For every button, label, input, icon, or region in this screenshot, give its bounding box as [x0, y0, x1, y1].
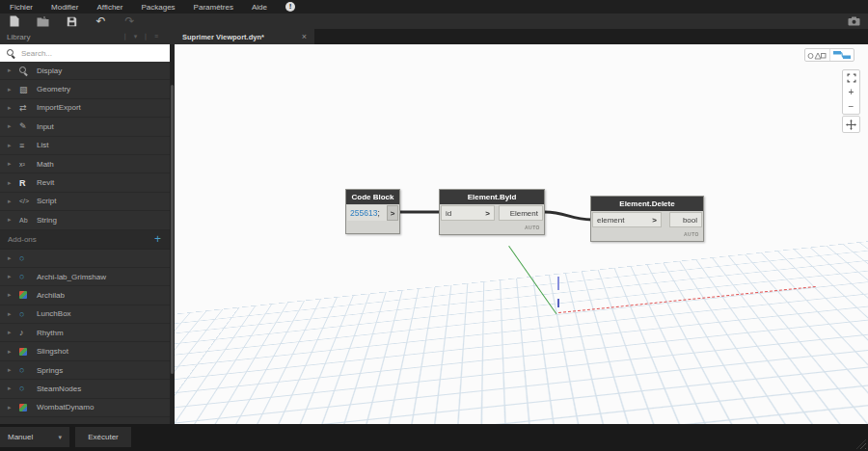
library-category-label: Math: [37, 160, 54, 169]
notifications-alert-icon[interactable]: !: [285, 2, 295, 12]
library-category-label: Script: [37, 197, 56, 205]
addon-slingshot[interactable]: ▸Slingshot: [0, 342, 175, 360]
menu-fichier[interactable]: Fichier: [10, 3, 33, 12]
addon-steamnodes[interactable]: ▸○SteamNodes: [0, 380, 175, 398]
save-icon: [67, 16, 77, 27]
node-code-block[interactable]: Code Block 255613; >: [345, 189, 400, 234]
expand-arrow-icon[interactable]: ▸: [8, 310, 19, 318]
expand-arrow-icon[interactable]: ▸: [8, 291, 19, 299]
expand-arrow-icon[interactable]: ▸: [8, 329, 19, 336]
menu-bar: FichierModifierAfficherPackagesParamètre…: [0, 0, 868, 13]
addon-archilab[interactable]: ▸Archilab: [0, 286, 175, 305]
addon-wombatdynamo[interactable]: ▸WombatDynamo: [0, 399, 175, 417]
addon-label: Archilab: [37, 291, 65, 300]
output-port-element[interactable]: Element: [499, 205, 543, 221]
library-category-list[interactable]: ▸≡List: [0, 137, 175, 155]
pan-button[interactable]: [842, 116, 860, 133]
run-mode-dropdown[interactable]: Manuel ▾: [0, 427, 69, 447]
addon-archi-lab-grimshaw[interactable]: ▸○Archi-lab_Grimshaw: [0, 268, 175, 286]
menu-paramètres[interactable]: Paramètres: [194, 3, 233, 12]
search-input[interactable]: [21, 49, 137, 58]
menu-modifier[interactable]: Modifier: [51, 3, 78, 12]
run-button[interactable]: Exécuter: [75, 427, 131, 447]
menu-aide[interactable]: Aide: [252, 3, 267, 12]
expand-arrow-icon[interactable]: ▸: [8, 122, 19, 130]
add-package-button[interactable]: +: [154, 233, 161, 245]
workspace-tab[interactable]: Suprimer Viewport.dyn* ×: [175, 29, 314, 44]
addon-rhythm[interactable]: ▸♪Rhythm: [0, 324, 175, 342]
library-category-geometry[interactable]: ▸▧Geometry: [0, 80, 175, 98]
node-element-delete[interactable]: Element.Delete element > bool AUTO: [590, 196, 704, 242]
node-element-byid[interactable]: Element.ById id > Element AUTO: [439, 189, 545, 235]
expand-arrow-icon[interactable]: ▸: [8, 179, 19, 187]
library-category-display[interactable]: ▸Display: [0, 62, 175, 80]
menu-afficher[interactable]: Afficher: [96, 3, 122, 12]
zoom-in-button[interactable]: +: [843, 85, 859, 99]
code-block-expression[interactable]: 255613;: [347, 205, 387, 221]
output-port[interactable]: >: [387, 205, 398, 221]
library-category-math[interactable]: ▸x²Math: [0, 155, 175, 173]
node-title[interactable]: Element.Delete: [591, 197, 703, 211]
graph-view-button[interactable]: [829, 49, 854, 61]
expand-arrow-icon[interactable]: ▸: [8, 104, 19, 112]
open-file-button[interactable]: [37, 15, 49, 28]
expand-arrow-icon[interactable]: ▸: [8, 385, 19, 392]
resize-grip[interactable]: [856, 439, 866, 449]
tab-close-icon[interactable]: ×: [302, 33, 307, 41]
geometry-icon: ▧: [19, 85, 28, 94]
expand-arrow-icon[interactable]: ▸: [8, 348, 19, 356]
lacing-mode[interactable]: AUTO: [525, 225, 540, 230]
node-title[interactable]: Element.ById: [440, 190, 544, 204]
dynamo-package-icon: ○: [19, 384, 24, 393]
node-title[interactable]: Code Block: [346, 190, 399, 204]
expand-arrow-icon[interactable]: ▸: [8, 254, 19, 262]
main-toolbar: ↶↷: [0, 13, 868, 29]
undo-button[interactable]: ↶: [95, 15, 107, 28]
library-category-list: ▸Display▸▧Geometry▸⇄ImportExport▸✎Input▸…: [0, 62, 175, 230]
output-port-bool[interactable]: bool: [669, 212, 702, 227]
new-file-button[interactable]: [8, 15, 20, 28]
library-category-input[interactable]: ▸✎Input: [0, 118, 175, 136]
addons-header: Add-ons +: [0, 230, 175, 250]
redo-button[interactable]: ↷: [123, 15, 136, 28]
expand-arrow-icon[interactable]: ▸: [8, 198, 19, 205]
expand-arrow-icon[interactable]: ▸: [8, 216, 19, 224]
input-port-id[interactable]: id >: [441, 205, 495, 221]
geometry-view-button[interactable]: [805, 49, 829, 61]
dynamo-window: FichierModifierAfficherPackagesParamètre…: [0, 0, 868, 451]
package-box-icon: [19, 348, 27, 356]
library-panel: Library ❘ ▾ ❘ ≡ ▸Display▸▧Geometry▸⇄Impo…: [0, 29, 175, 424]
tab-title: Suprimer Viewport.dyn*: [182, 33, 264, 41]
run-bar: Manuel ▾ Exécuter: [0, 424, 868, 451]
wire-byid-to-delete[interactable]: [545, 212, 592, 220]
expand-arrow-icon[interactable]: ▸: [8, 404, 19, 411]
expand-arrow-icon[interactable]: ▸: [8, 66, 19, 74]
library-filter-icon[interactable]: ❘ ▾ ❘ ≡: [122, 33, 160, 40]
scrollbar-thumb[interactable]: [171, 85, 174, 374]
zoom-out-button[interactable]: −: [843, 99, 859, 114]
workspace-canvas[interactable]: Code Block 255613; > Element.ById id >: [175, 44, 868, 424]
pan-icon: [846, 119, 856, 130]
save-button[interactable]: [66, 15, 78, 28]
input-port-element[interactable]: element >: [592, 212, 662, 227]
addon-lunchbox[interactable]: ▸○LunchBox: [0, 305, 175, 324]
library-category-string[interactable]: ▸AbString: [0, 211, 175, 229]
undo-icon: ↶: [95, 15, 105, 27]
addon-springs[interactable]: ▸○Springs: [0, 361, 175, 380]
expand-arrow-icon[interactable]: ▸: [8, 366, 19, 374]
menu-packages[interactable]: Packages: [141, 3, 175, 12]
fit-view-icon: [847, 73, 856, 83]
library-category-importexport[interactable]: ▸⇄ImportExport: [0, 99, 175, 118]
expand-arrow-icon[interactable]: ▸: [8, 86, 19, 93]
fit-view-button[interactable]: [843, 70, 859, 85]
chevron-down-icon: ▾: [58, 434, 62, 441]
library-category-script[interactable]: ▸</>Script: [0, 193, 175, 211]
expand-arrow-icon[interactable]: ▸: [8, 160, 19, 168]
lacing-mode[interactable]: AUTO: [684, 231, 699, 237]
dynamo-package-icon: ○: [19, 272, 24, 281]
export-image-button[interactable]: [848, 15, 860, 28]
expand-arrow-icon[interactable]: ▸: [8, 273, 19, 280]
library-category-revit[interactable]: ▸RRevit: [0, 173, 175, 192]
expand-arrow-icon[interactable]: ▸: [8, 142, 19, 149]
addon-unnamed[interactable]: ▸○: [0, 250, 175, 268]
